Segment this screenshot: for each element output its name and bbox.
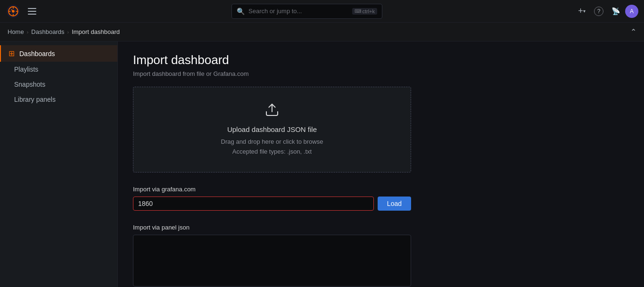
sidebar-item-playlists[interactable]: Playlists	[0, 62, 117, 77]
chevron-down-icon: ▾	[583, 8, 586, 14]
sidebar-item-label-dashboards: Dashboards	[19, 50, 55, 57]
grafana-logo[interactable]	[6, 4, 21, 19]
search-shortcut: ⌨ ctrl+k	[352, 8, 377, 15]
breadcrumb-sep-1: ›	[27, 29, 29, 35]
load-button[interactable]: Load	[378, 197, 411, 211]
import-grafana-label: Import via grafana.com	[133, 186, 411, 193]
sidebar-item-dashboards[interactable]: ⊞ Dashboards	[0, 45, 117, 62]
breadcrumb-parent[interactable]: Dashboards	[31, 28, 64, 35]
avatar[interactable]: A	[625, 5, 638, 18]
hamburger-button[interactable]	[25, 4, 40, 19]
navbar-right: + ▾ ? 📡 A	[574, 4, 638, 19]
panel-json-label: Import via panel json	[133, 224, 411, 231]
upload-hint-1: Drag and drop here or click to browse	[149, 137, 396, 147]
dashboards-icon: ⊞	[8, 49, 15, 58]
grafana-import-input[interactable]	[133, 197, 374, 211]
search-placeholder: Search or jump to...	[248, 8, 302, 15]
search-bar[interactable]: 🔍 Search or jump to... ⌨ ctrl+k	[231, 4, 382, 19]
breadcrumb: Home › Dashboards › Import dashboard ⌃	[0, 23, 644, 41]
add-button[interactable]: + ▾	[574, 4, 589, 19]
navbar-left	[6, 4, 40, 19]
main-layout: ⊞ Dashboards Playlists Snapshots Library…	[0, 41, 644, 287]
sidebar-item-snapshots[interactable]: Snapshots	[0, 77, 117, 92]
help-button[interactable]: ?	[591, 4, 606, 19]
upload-icon	[149, 102, 396, 121]
panel-json-textarea[interactable]	[133, 235, 411, 287]
import-row: Load	[133, 197, 411, 211]
sidebar-item-library-panels[interactable]: Library panels	[0, 92, 117, 107]
sidebar-item-label-library-panels: Library panels	[14, 96, 56, 103]
upload-hint-2: Accepted file types: .json, .txt	[149, 147, 396, 157]
panel-json-section: Import via panel json	[133, 224, 411, 287]
search-icon: 🔍	[237, 8, 245, 15]
upload-title: Upload dashboard JSON file	[149, 125, 396, 133]
breadcrumb-sep-2: ›	[67, 29, 69, 35]
upload-zone[interactable]: Upload dashboard JSON file Drag and drop…	[133, 87, 411, 172]
navbar: 🔍 Search or jump to... ⌨ ctrl+k + ▾ ? 📡 …	[0, 0, 644, 23]
page-subtitle: Import dashboard from file or Grafana.co…	[133, 70, 629, 77]
breadcrumb-collapse-button[interactable]: ⌃	[630, 27, 636, 36]
sidebar: ⊞ Dashboards Playlists Snapshots Library…	[0, 41, 118, 287]
navbar-center: 🔍 Search or jump to... ⌨ ctrl+k	[40, 4, 574, 19]
breadcrumb-current: Import dashboard	[72, 28, 120, 35]
news-icon: 📡	[611, 7, 620, 16]
sidebar-item-label-playlists: Playlists	[14, 66, 38, 73]
page-title: Import dashboard	[133, 53, 629, 67]
sidebar-item-label-snapshots: Snapshots	[14, 81, 45, 88]
import-grafana-section: Import via grafana.com Load	[133, 186, 411, 211]
content-area: Import dashboard Import dashboard from f…	[118, 41, 644, 287]
breadcrumb-home[interactable]: Home	[8, 28, 24, 35]
news-button[interactable]: 📡	[608, 4, 623, 19]
